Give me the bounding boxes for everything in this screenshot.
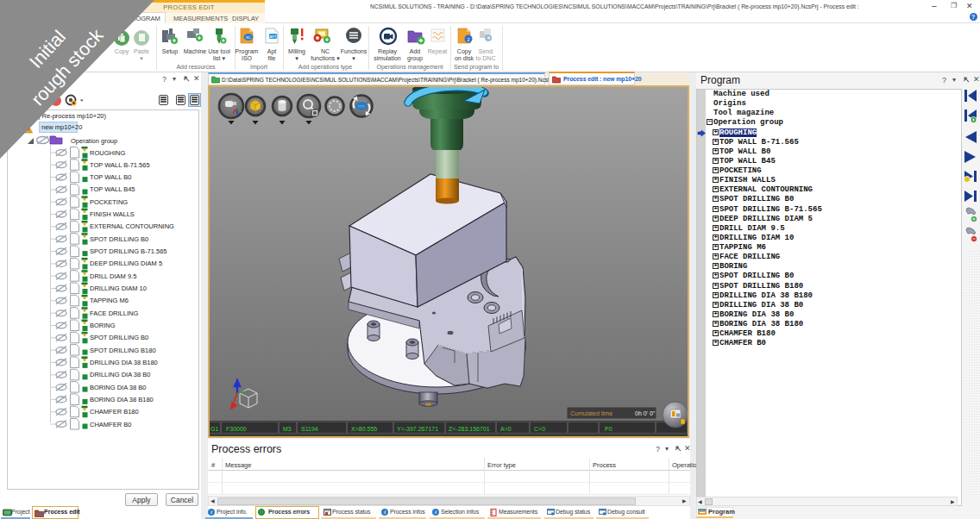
svg-text:APT: APT	[270, 34, 277, 39]
svg-text:P0: P0	[605, 426, 612, 432]
svg-text:F30000: F30000	[226, 426, 247, 432]
svg-text:M3: M3	[283, 426, 292, 432]
svg-text:S1194: S1194	[301, 426, 318, 432]
svg-text:Y=-397.267171: Y=-397.267171	[397, 426, 438, 432]
svg-text:Cumulated time: Cumulated time	[570, 410, 612, 416]
svg-text:A=0: A=0	[500, 426, 512, 432]
svg-text:X=80.555: X=80.555	[351, 426, 377, 432]
svg-text:0h 0' 0": 0h 0' 0"	[635, 410, 656, 416]
svg-text:C=0: C=0	[534, 426, 545, 432]
svg-text:G1: G1	[210, 426, 218, 432]
svg-text:NC: NC	[246, 35, 251, 40]
svg-text:Z=-283.156701: Z=-283.156701	[449, 426, 490, 432]
